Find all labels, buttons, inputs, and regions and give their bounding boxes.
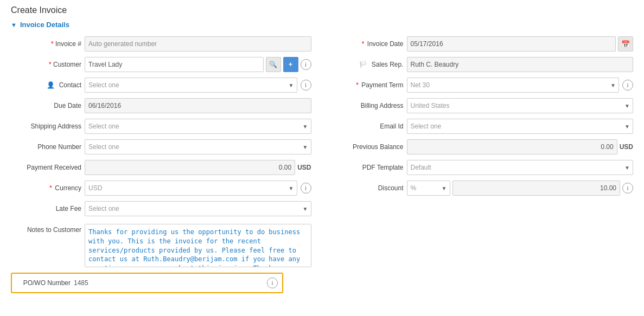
- late-fee-label: Late Fee: [11, 205, 81, 212]
- previous-balance-currency: USD: [620, 143, 633, 151]
- section-label: Invoice Details: [20, 21, 69, 29]
- contact-row: 👤 Contact Select one ▼ i: [11, 76, 311, 94]
- payment-received-label: Payment Received: [11, 164, 81, 171]
- due-date-row: Due Date 06/16/2016: [11, 97, 311, 114]
- late-fee-select-wrapper: Select one ▼: [85, 201, 311, 216]
- discount-group: % ▼ i: [407, 180, 634, 196]
- payment-term-select[interactable]: Net 30: [407, 78, 620, 93]
- customer-input[interactable]: [85, 57, 264, 72]
- shipping-address-select[interactable]: Select one: [85, 119, 311, 134]
- required-star: *: [49, 61, 52, 68]
- previous-balance-row: Previous Balance USD: [333, 138, 634, 156]
- required-star: *: [356, 81, 359, 89]
- currency-label: * Currency: [11, 184, 81, 192]
- email-id-select-wrapper: Select one ▼: [407, 119, 634, 134]
- invoice-number-field: Auto generated number: [85, 36, 311, 51]
- email-id-select[interactable]: Select one: [407, 119, 634, 134]
- sales-rep-label: 🏳️ Sales Rep.: [333, 61, 404, 68]
- invoice-date-wrapper: 📅: [407, 36, 634, 51]
- contact-select-wrapper: Select one ▼: [85, 78, 297, 93]
- sales-rep-field: Ruth C. Beaudry: [407, 57, 634, 72]
- discount-type-select-wrapper: % ▼: [407, 180, 450, 196]
- billing-address-label: Billing Address: [333, 102, 404, 109]
- late-fee-select[interactable]: Select one: [85, 201, 311, 216]
- billing-address-select[interactable]: United States: [407, 98, 634, 113]
- left-column: * Invoice # Auto generated number * Cust…: [11, 35, 311, 267]
- payment-term-select-wrapper: Net 30 ▼: [407, 78, 620, 93]
- notes-row: Notes to Customer Thanks for providing u…: [11, 224, 311, 267]
- late-fee-row: Late Fee Select one ▼: [11, 200, 311, 217]
- invoice-details-grid: * Invoice # Auto generated number * Cust…: [11, 35, 633, 267]
- due-date-field: 06/16/2016: [85, 98, 311, 113]
- notes-label: Notes to Customer: [11, 224, 81, 234]
- sales-rep-row: 🏳️ Sales Rep. Ruth C. Beaudry: [333, 56, 634, 73]
- billing-address-select-wrapper: United States ▼: [407, 98, 634, 113]
- discount-row: Discount % ▼ i: [333, 179, 634, 197]
- payment-received-row: Payment Received USD: [11, 159, 311, 176]
- pdf-template-select-wrapper: Default ▼: [407, 160, 634, 175]
- invoice-date-row: * Invoice Date 📅: [333, 35, 634, 53]
- currency-select[interactable]: USD: [85, 180, 297, 196]
- notes-textarea[interactable]: Thanks for providing us the opportunity …: [85, 224, 311, 267]
- pdf-template-select[interactable]: Default: [407, 160, 634, 175]
- invoice-date-calendar-button[interactable]: 📅: [618, 36, 633, 51]
- phone-number-select[interactable]: Select one: [85, 139, 311, 154]
- required-star: *: [51, 40, 54, 48]
- invoice-date-input[interactable]: [407, 36, 616, 51]
- po-label: PO/WO Number: [16, 279, 71, 287]
- invoice-number-label: * Invoice #: [11, 40, 81, 48]
- right-column: * Invoice Date 📅 🏳️ Sales Rep. Ruth C. B…: [333, 35, 634, 267]
- phone-number-label: Phone Number: [11, 143, 81, 151]
- currency-info-icon[interactable]: i: [301, 183, 311, 194]
- shipping-address-label: Shipping Address: [11, 122, 81, 130]
- discount-value-input[interactable]: [452, 180, 621, 196]
- payment-term-row: * Payment Term Net 30 ▼ i: [333, 76, 634, 94]
- contact-select[interactable]: Select one: [85, 78, 297, 93]
- payment-received-input[interactable]: [85, 160, 295, 175]
- po-input[interactable]: [74, 276, 264, 290]
- phone-number-select-wrapper: Select one ▼: [85, 139, 311, 154]
- contact-label: 👤 Contact: [11, 81, 81, 89]
- customer-add-button[interactable]: +: [283, 57, 298, 72]
- currency-select-wrapper: USD ▼: [85, 180, 297, 196]
- billing-address-row: Billing Address United States ▼: [333, 97, 634, 114]
- discount-type-select[interactable]: %: [407, 180, 450, 196]
- email-id-label: Email Id: [333, 122, 404, 130]
- customer-label: * Customer: [11, 61, 81, 68]
- invoice-date-label: * Invoice Date: [333, 40, 404, 48]
- email-id-row: Email Id Select one ▼: [333, 118, 634, 135]
- po-section: PO/WO Number i: [11, 273, 633, 293]
- pdf-template-row: PDF Template Default ▼: [333, 159, 634, 176]
- currency-row: * Currency USD ▼ i: [11, 179, 311, 197]
- payment-term-info-icon[interactable]: i: [622, 80, 633, 91]
- customer-input-group: 🔍 + i: [85, 57, 311, 72]
- required-star: *: [362, 40, 365, 48]
- contact-info-icon[interactable]: i: [301, 80, 311, 91]
- section-header[interactable]: ▼ Invoice Details: [11, 21, 633, 29]
- phone-number-row: Phone Number Select one ▼: [11, 138, 311, 156]
- payment-received-amount: USD: [85, 160, 311, 175]
- required-star: *: [49, 184, 52, 192]
- shipping-address-row: Shipping Address Select one ▼: [11, 118, 311, 135]
- flag-icon: 🏳️: [359, 61, 367, 68]
- previous-balance-input[interactable]: [407, 139, 617, 154]
- po-wrapper: PO/WO Number i: [11, 273, 283, 293]
- previous-balance-amount: USD: [407, 139, 634, 154]
- previous-balance-label: Previous Balance: [333, 143, 404, 151]
- page-title: Create Invoice: [11, 5, 633, 15]
- invoice-number-row: * Invoice # Auto generated number: [11, 35, 311, 53]
- discount-info-icon[interactable]: i: [622, 183, 633, 194]
- payment-term-label: * Payment Term: [333, 81, 404, 89]
- customer-info-icon[interactable]: i: [301, 59, 311, 70]
- pdf-template-label: PDF Template: [333, 164, 404, 171]
- customer-search-button[interactable]: 🔍: [266, 57, 281, 72]
- payment-received-currency: USD: [297, 164, 311, 171]
- discount-label: Discount: [333, 184, 404, 192]
- po-info-icon[interactable]: i: [267, 278, 278, 288]
- section-chevron-icon: ▼: [11, 22, 17, 28]
- customer-row: * Customer 🔍 + i: [11, 56, 311, 73]
- shipping-address-select-wrapper: Select one ▼: [85, 119, 311, 134]
- contact-person-icon: 👤: [47, 81, 55, 89]
- due-date-label: Due Date: [11, 102, 81, 109]
